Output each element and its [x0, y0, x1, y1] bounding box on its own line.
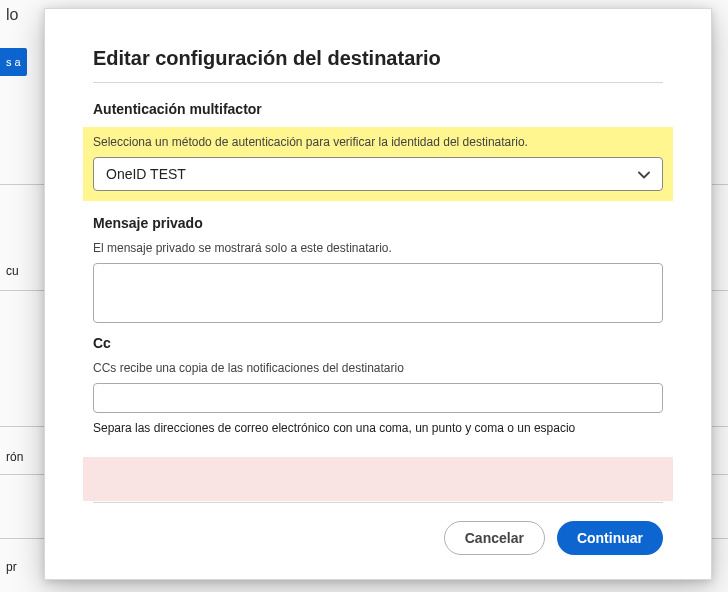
cc-hint: Separa las direcciones de correo electró… [93, 421, 663, 435]
continue-button[interactable]: Continuar [557, 521, 663, 555]
private-message-helper: El mensaje privado se mostrará solo a es… [93, 241, 663, 255]
private-message-section: Mensaje privado El mensaje privado se mo… [93, 215, 663, 327]
mfa-highlight-block: Selecciona un método de autenticación pa… [83, 127, 673, 201]
bg-partial-text: lo [6, 6, 18, 24]
redacted-block [83, 457, 673, 501]
chevron-down-icon [638, 165, 650, 183]
footer-divider [93, 502, 663, 503]
modal-title: Editar configuración del destinatario [93, 47, 663, 70]
mfa-method-value: OneID TEST [106, 166, 186, 182]
mfa-helper-text: Selecciona un método de autenticación pa… [93, 135, 663, 149]
bg-label-cu: cu [6, 264, 19, 278]
mfa-heading: Autenticación multifactor [93, 101, 663, 117]
private-message-heading: Mensaje privado [93, 215, 663, 231]
bg-blue-button[interactable]: s a [0, 48, 27, 76]
title-divider [93, 82, 663, 83]
cc-helper: CCs recibe una copia de las notificacion… [93, 361, 663, 375]
bg-label-pr: pr [6, 560, 17, 574]
cancel-button[interactable]: Cancelar [444, 521, 545, 555]
cc-input[interactable] [93, 383, 663, 413]
edit-recipient-settings-modal: Editar configuración del destinatario Au… [44, 8, 712, 580]
bg-label-ron: rón [6, 450, 23, 464]
mfa-method-dropdown[interactable]: OneID TEST [93, 157, 663, 191]
cc-section: Cc CCs recibe una copia de las notificac… [93, 335, 663, 435]
cc-heading: Cc [93, 335, 663, 351]
private-message-input[interactable] [93, 263, 663, 323]
modal-footer: Cancelar Continuar [93, 521, 663, 555]
